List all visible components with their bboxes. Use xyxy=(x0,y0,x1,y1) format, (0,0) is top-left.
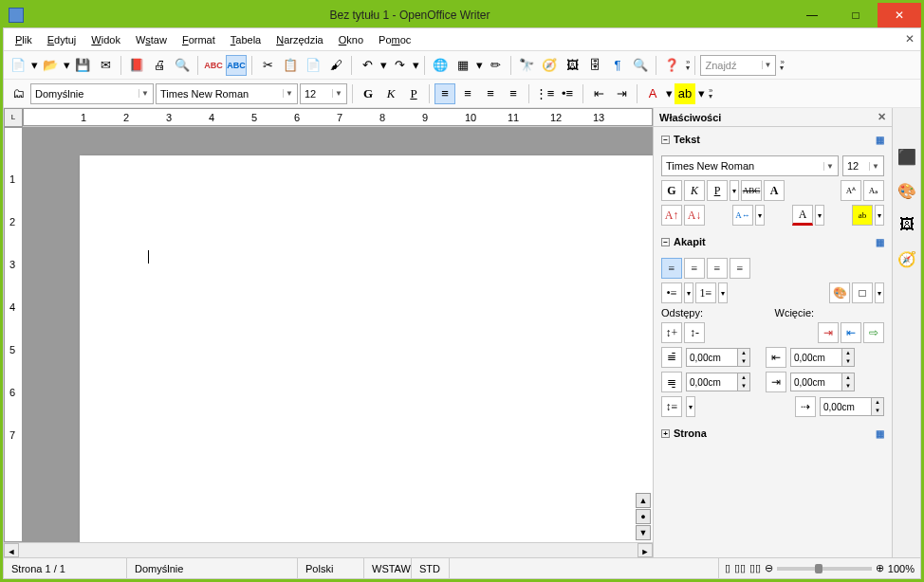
view-multi-icon[interactable]: ▯▯ xyxy=(734,562,746,574)
panel-size-dropdown[interactable]: 12▼ xyxy=(842,155,884,176)
italic-button[interactable]: K xyxy=(380,83,401,104)
pdf-button[interactable]: 📕 xyxy=(126,55,147,76)
open-button[interactable]: 📂 xyxy=(40,55,61,76)
save-button[interactable]: 💾 xyxy=(72,55,93,76)
status-insert[interactable]: WSTAW xyxy=(364,558,412,578)
paste-button[interactable]: 📄 xyxy=(303,55,323,76)
highlight-button[interactable]: ab xyxy=(675,83,695,104)
align-right-button[interactable]: ≡ xyxy=(480,83,501,104)
panel-italic-button[interactable]: K xyxy=(684,180,705,201)
panel-fontcolor-button[interactable]: A xyxy=(792,205,813,226)
panel-superscript-button[interactable]: Aᴬ xyxy=(841,180,861,201)
indent-right-input[interactable]: 0,00cm▲▼ xyxy=(790,373,855,391)
underline-button[interactable]: P xyxy=(403,83,424,104)
spellcheck-button[interactable]: ABC xyxy=(203,55,224,76)
document-page[interactable] xyxy=(80,155,653,542)
table-dropdown[interactable]: ▾ xyxy=(475,55,483,76)
help-button[interactable]: ❓ xyxy=(661,55,682,76)
print-button[interactable]: 🖨 xyxy=(149,55,170,76)
scroll-right[interactable]: ► xyxy=(638,543,653,557)
formatpaint-button[interactable]: 🖌 xyxy=(325,55,346,76)
menu-pomoc[interactable]: Pomoc xyxy=(371,31,418,48)
scroll-left[interactable]: ◄ xyxy=(4,543,19,557)
vertical-ruler[interactable]: 1234567 xyxy=(4,127,23,542)
paragraph-section-menu-icon[interactable]: ▦ xyxy=(876,237,884,247)
search-box[interactable]: Znajdź ▼ xyxy=(700,55,776,76)
panel-align-right[interactable]: ≡ xyxy=(707,258,728,279)
panel-bold-button[interactable]: G xyxy=(661,180,682,201)
panel-grow-button[interactable]: A↑ xyxy=(661,205,682,226)
panel-subscript-button[interactable]: Aₐ xyxy=(863,180,884,201)
font-dropdown[interactable]: Times New Roman▼ xyxy=(156,83,298,104)
panel-shadow-button[interactable]: A xyxy=(764,180,785,201)
fontcolor-button[interactable]: A xyxy=(642,83,663,104)
horizontal-ruler[interactable]: 12345678910111213 xyxy=(23,108,653,127)
spacing-below-input[interactable]: 0,00cm▲▼ xyxy=(686,373,750,391)
panel-highlight-dropdown[interactable]: ▾ xyxy=(875,205,884,226)
page-section-menu-icon[interactable]: ▦ xyxy=(876,428,884,439)
panel-align-left[interactable]: ≡ xyxy=(661,258,682,279)
undo-dropdown[interactable]: ▾ xyxy=(379,55,387,76)
panel-bg-dropdown[interactable]: ▾ xyxy=(875,282,884,303)
nav-object-button[interactable]: ● xyxy=(636,509,651,524)
panel-bgcolor-button[interactable]: 🎨 xyxy=(829,282,850,303)
style-dropdown[interactable]: Domyślnie▼ xyxy=(30,83,154,104)
hyperlink-button[interactable]: 🌐 xyxy=(430,55,451,76)
panel-bgfill-button[interactable]: □ xyxy=(852,282,873,303)
maximize-button[interactable]: □ xyxy=(834,3,878,27)
status-lang[interactable]: Polski xyxy=(298,558,364,578)
zoom-slider[interactable] xyxy=(777,567,872,571)
styles-button[interactable]: 🗂 xyxy=(8,83,28,104)
cut-button[interactable]: ✂ xyxy=(257,55,278,76)
spacing-above-input[interactable]: 0,00cm▲▼ xyxy=(686,348,750,367)
hanging-indent-button[interactable]: ⇨ xyxy=(863,322,884,343)
indent-left-input[interactable]: 0,00cm▲▼ xyxy=(790,348,855,367)
new-dropdown-arrow[interactable]: ▾ xyxy=(30,55,38,76)
redo-dropdown[interactable]: ▾ xyxy=(412,55,419,76)
panel-bullets-dropdown[interactable]: ▾ xyxy=(684,282,693,303)
undo-button[interactable]: ↶ xyxy=(357,55,378,76)
next-page-button[interactable]: ▼ xyxy=(636,525,651,540)
panel-bullets-button[interactable]: •≡ xyxy=(661,282,682,303)
panel-align-center[interactable]: ≡ xyxy=(684,258,705,279)
line-spacing-button[interactable]: ↕≡ xyxy=(661,396,682,417)
dec-indent-button-panel[interactable]: ⇤ xyxy=(841,322,861,343)
page-section-header[interactable]: +Strona ▦ xyxy=(659,425,886,442)
status-style[interactable]: Domyślnie xyxy=(127,558,298,578)
panel-font-dropdown[interactable]: Times New Roman▼ xyxy=(661,155,839,176)
align-center-button[interactable]: ≡ xyxy=(457,83,478,104)
status-std[interactable]: STD xyxy=(412,558,450,578)
close-button[interactable]: ✕ xyxy=(878,3,921,27)
menu-okno[interactable]: Okno xyxy=(331,31,371,48)
text-section-menu-icon[interactable]: ▦ xyxy=(876,135,884,145)
email-button[interactable]: ✉ xyxy=(95,55,116,76)
copy-button[interactable]: 📋 xyxy=(280,55,301,76)
search-dropdown-arrow[interactable]: ▼ xyxy=(762,61,774,69)
line-spacing-dropdown[interactable]: ▾ xyxy=(686,396,695,417)
paragraph-section-header[interactable]: −Akapit ▦ xyxy=(659,233,886,250)
menu-widok[interactable]: Widok xyxy=(83,31,128,48)
panel-numbering-dropdown[interactable]: ▾ xyxy=(718,282,728,303)
text-section-header[interactable]: −Tekst ▦ xyxy=(659,131,886,148)
zoom-out-icon[interactable]: ⊖ xyxy=(765,562,773,574)
fontcolor-dropdown[interactable]: ▾ xyxy=(665,83,673,104)
navigator-button[interactable]: 🧭 xyxy=(539,55,560,76)
page-canvas[interactable]: ▲ ● ▼ xyxy=(23,127,653,542)
panel-align-justify[interactable]: ≡ xyxy=(730,258,750,279)
panel-spacing-dropdown[interactable]: ▾ xyxy=(755,205,765,226)
prev-page-button[interactable]: ▲ xyxy=(636,493,651,508)
gallery-button[interactable]: 🖼 xyxy=(562,55,582,76)
size-dropdown[interactable]: 12▼ xyxy=(300,83,347,104)
inc-indent-button-panel[interactable]: ⇥ xyxy=(818,322,839,343)
new-button[interactable]: 📄 xyxy=(8,55,28,76)
zoom-value[interactable]: 100% xyxy=(888,563,915,574)
panel-highlight-button[interactable]: ab xyxy=(852,205,873,226)
gallery-tab-icon[interactable]: 🖼 xyxy=(896,214,917,235)
panel-underline-dropdown[interactable]: ▾ xyxy=(730,180,739,201)
dec-indent-button[interactable]: ⇤ xyxy=(588,83,609,104)
panel-strike-button[interactable]: ABC xyxy=(741,180,762,201)
panel-close-icon[interactable]: ✕ xyxy=(878,111,886,123)
menu-plik[interactable]: Plik xyxy=(8,31,40,48)
panel-shrink-button[interactable]: A↓ xyxy=(684,205,705,226)
menu-wstaw[interactable]: Wstaw xyxy=(128,31,175,48)
